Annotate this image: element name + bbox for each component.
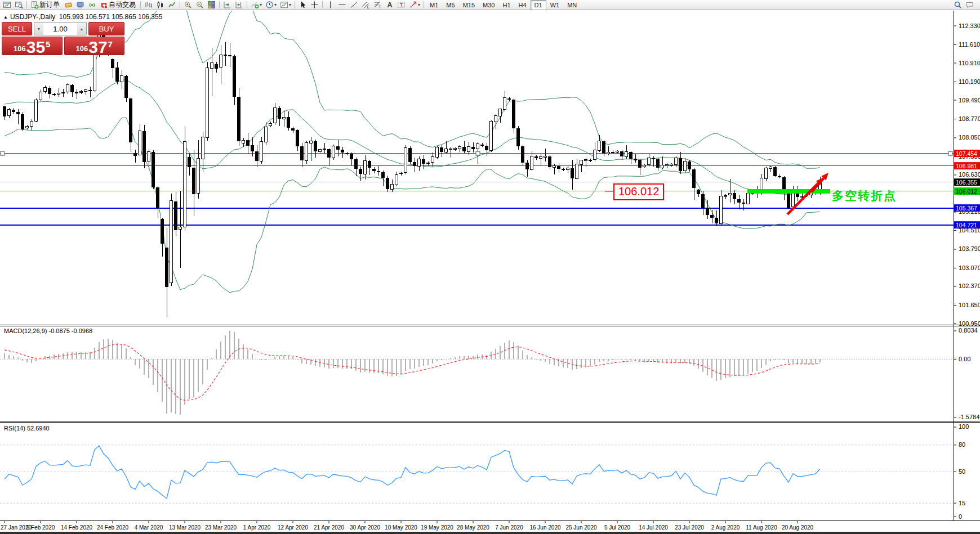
bollinger-bands[interactable] bbox=[5, 10, 820, 293]
candle bbox=[373, 169, 376, 171]
candle bbox=[458, 146, 461, 149]
candle bbox=[481, 145, 484, 146]
volume-up-button[interactable]: ▲ bbox=[77, 23, 86, 35]
rsi-axis-100: 100 bbox=[959, 423, 969, 430]
sell-button[interactable]: SELL bbox=[2, 22, 32, 35]
new-chart-button[interactable] bbox=[1, 0, 13, 10]
price-annotation-box[interactable]: 106.012 bbox=[613, 183, 664, 200]
support-band-annotation[interactable] bbox=[747, 189, 830, 194]
fibonacci-button[interactable]: F bbox=[372, 0, 384, 10]
timeframe-d1-button[interactable]: D1 bbox=[531, 0, 546, 10]
line-selection-handle[interactable] bbox=[948, 151, 952, 155]
templates-button[interactable]: ▾ bbox=[278, 0, 293, 10]
candle bbox=[134, 154, 137, 155]
line-selection-handle[interactable] bbox=[476, 151, 480, 155]
timeframe-h1-button[interactable]: H1 bbox=[498, 0, 514, 10]
auto-scroll-button[interactable] bbox=[221, 0, 233, 10]
market-icon bbox=[100, 1, 108, 9]
toolbar-separator bbox=[26, 1, 27, 8]
timeframe-m1-button[interactable]: M1 bbox=[426, 0, 442, 10]
candle bbox=[485, 146, 488, 150]
volume-down-button[interactable]: ▼ bbox=[34, 23, 43, 35]
timeframe-m5-button[interactable]: M5 bbox=[442, 0, 458, 10]
vertical-line-button[interactable] bbox=[324, 0, 336, 10]
cursor-button[interactable] bbox=[297, 0, 309, 10]
chart-shift-button[interactable] bbox=[233, 0, 245, 10]
candle bbox=[251, 146, 254, 151]
chart-title: ▲USDJPY-,Daily 105.993 106.571 105.865 1… bbox=[3, 13, 162, 21]
svg-text:E: E bbox=[367, 5, 370, 9]
timeframe-m15-button[interactable]: M15 bbox=[459, 0, 479, 10]
candle bbox=[3, 106, 6, 116]
candle bbox=[526, 163, 529, 169]
buy-price-button[interactable]: 106 37 7 bbox=[64, 37, 125, 55]
zoomout-icon bbox=[195, 1, 204, 9]
tile-windows-button[interactable] bbox=[206, 0, 217, 10]
candles-icon bbox=[156, 1, 164, 9]
sell-price-button[interactable]: 106 35 5 bbox=[2, 37, 63, 55]
equidistant-channel-button[interactable]: E bbox=[360, 0, 372, 10]
docplus-icon bbox=[30, 1, 39, 9]
rsi-line bbox=[5, 446, 820, 499]
candle bbox=[12, 110, 15, 111]
chart-canvas[interactable]: 112.330111.610110.910110.190109.490108.7… bbox=[0, 10, 980, 534]
search-icon[interactable] bbox=[952, 0, 964, 10]
trendline-button[interactable] bbox=[348, 0, 360, 10]
buy-price-big: 37 bbox=[88, 40, 107, 55]
line-chart-button[interactable] bbox=[166, 0, 178, 10]
metaeditor-button[interactable] bbox=[63, 0, 74, 10]
zoom-out-button[interactable] bbox=[194, 0, 206, 10]
text-button[interactable]: A bbox=[384, 0, 395, 10]
volume-input[interactable]: 1.00 bbox=[43, 23, 77, 35]
candle bbox=[603, 141, 605, 153]
candle bbox=[724, 195, 727, 196]
timeframe-mn-button[interactable]: MN bbox=[563, 0, 581, 10]
candle bbox=[220, 55, 222, 68]
candle bbox=[504, 97, 506, 109]
candle bbox=[562, 169, 565, 170]
terminal-button[interactable] bbox=[74, 0, 86, 10]
candle bbox=[697, 190, 700, 194]
tline-icon bbox=[350, 1, 358, 9]
y-axis-label: 112.330 bbox=[959, 23, 980, 29]
timeframe-h4-button[interactable]: H4 bbox=[515, 0, 531, 10]
periods-button[interactable]: ▾ bbox=[264, 0, 278, 10]
sell-price-big: 35 bbox=[26, 40, 45, 55]
chinese-annotation-text[interactable]: 多空转折点 bbox=[832, 188, 897, 204]
candle bbox=[175, 202, 177, 230]
price-level-badge-text: 105.367 bbox=[956, 205, 977, 212]
horizontal-line-button[interactable] bbox=[336, 0, 348, 10]
candle bbox=[377, 172, 380, 172]
auto-trading-button[interactable]: 自动交易 bbox=[98, 0, 139, 10]
candle bbox=[328, 149, 331, 157]
zoom-in-button[interactable] bbox=[182, 0, 194, 10]
hline-icon bbox=[338, 1, 346, 9]
bar-chart-button[interactable] bbox=[142, 0, 154, 10]
candle bbox=[522, 146, 524, 162]
candle bbox=[598, 141, 601, 151]
timeframe-m30-button[interactable]: M30 bbox=[479, 0, 498, 10]
chat-icon[interactable] bbox=[964, 0, 975, 10]
indicators-button[interactable]: ▾ bbox=[249, 0, 264, 10]
new-order-button[interactable]: 新订单 bbox=[29, 0, 63, 10]
timeframe-w1-button[interactable]: W1 bbox=[546, 0, 564, 10]
x-axis-label: 1 Apr 2020 bbox=[243, 524, 271, 531]
candle bbox=[350, 154, 353, 159]
signals-button[interactable] bbox=[86, 0, 98, 10]
candle bbox=[738, 199, 741, 202]
line-selection-handle[interactable] bbox=[1, 151, 5, 155]
text-label-button[interactable]: T bbox=[395, 0, 407, 10]
crosshair-button[interactable] bbox=[309, 0, 320, 10]
crosshair-icon bbox=[310, 1, 319, 9]
candle bbox=[17, 112, 20, 114]
arrows-button[interactable]: ▾ bbox=[407, 0, 422, 10]
candle bbox=[413, 162, 416, 165]
price-axis[interactable]: 112.330111.610110.910110.190109.490108.7… bbox=[954, 23, 980, 327]
candlestick-chart-button[interactable] bbox=[154, 0, 166, 10]
collapse-triangle-icon[interactable]: ▲ bbox=[3, 15, 8, 20]
buy-button[interactable]: BUY bbox=[88, 22, 124, 35]
x-axis-label: 23 Mar 2020 bbox=[205, 524, 237, 531]
profiles-button[interactable] bbox=[13, 0, 25, 10]
time-axis[interactable]: 27 Jan 20205 Feb 202014 Feb 202024 Feb 2… bbox=[1, 521, 814, 531]
x-axis-label: 24 Feb 2020 bbox=[97, 524, 129, 531]
